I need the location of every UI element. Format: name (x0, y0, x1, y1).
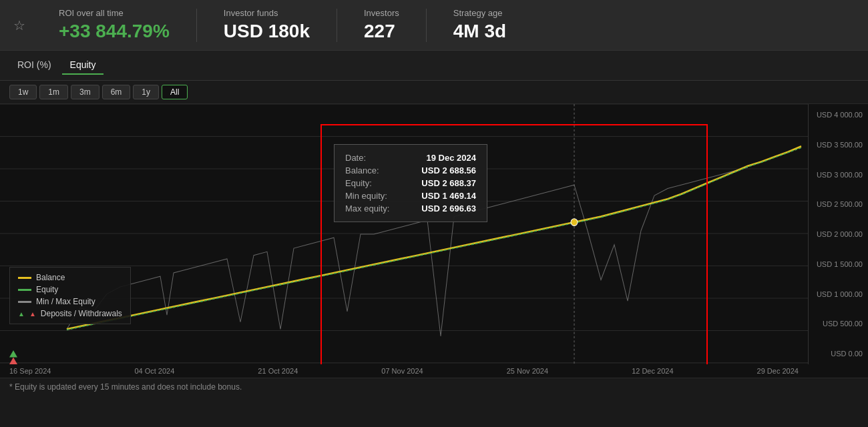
roi-stat: ROI over all time +33 844.79% (59, 8, 170, 42)
y-label-500: USD 500.00 (814, 320, 863, 328)
tab-equity[interactable]: Equity (62, 56, 104, 75)
chart-svg (0, 104, 808, 364)
x-axis-spacer (808, 364, 868, 378)
y-label-2500: USD 2 500.00 (814, 200, 863, 208)
x-axis: 16 Sep 2024 04 Oct 2024 21 Oct 2024 07 N… (0, 364, 808, 378)
x-label-oct4: 04 Oct 2024 (134, 367, 174, 375)
x-label-dec12: 12 Dec 2024 (632, 367, 673, 375)
svg-marker-9 (9, 350, 17, 358)
y-label-3500: USD 3 500.00 (814, 141, 863, 149)
legend-minmax-label: Min / Max Equity (36, 297, 95, 306)
balance-color-indicator (18, 277, 31, 279)
tooltip-equity-label: Equity: (345, 178, 372, 188)
x-label-sep: 16 Sep 2024 (9, 367, 51, 375)
legend-deposits-label: Deposits / Withdrawals (41, 309, 122, 318)
y-label-1500: USD 1 500.00 (814, 260, 863, 268)
tab-roi[interactable]: ROI (%) (9, 56, 59, 75)
x-axis-wrapper: 16 Sep 2024 04 Oct 2024 21 Oct 2024 07 N… (0, 364, 868, 378)
legend-balance-label: Balance (36, 273, 65, 282)
investors-value: 227 (364, 21, 399, 42)
tooltip-max-equity-row: Max equity: USD 2 696.63 (345, 203, 476, 214)
tooltip-balance-value: USD 2 688.56 (421, 165, 476, 175)
x-label-oct21: 21 Oct 2024 (258, 367, 298, 375)
tooltip-min-equity-value: USD 1 469.14 (421, 191, 476, 201)
period-bar: 1w 1m 3m 6m 1y All (0, 81, 868, 104)
x-label-nov25: 25 Nov 2024 (507, 367, 548, 375)
period-all[interactable]: All (162, 85, 188, 99)
legend-deposits: ▲ ▲ Deposits / Withdrawals (18, 309, 122, 318)
divider (196, 9, 197, 42)
deposit-green-icon: ▲ (18, 310, 25, 318)
tooltip-equity-row: Equity: USD 2 688.37 (345, 178, 476, 188)
y-label-1000: USD 1 000.00 (814, 290, 863, 298)
tooltip-date-row: Date: 19 Dec 2024 (345, 153, 476, 163)
tooltip-box: Date: 19 Dec 2024 Balance: USD 2 688.56 … (334, 144, 487, 222)
legend-balance: Balance (18, 273, 122, 282)
strategy-age-label: Strategy age (453, 8, 506, 18)
investor-funds-label: Investor funds (224, 8, 310, 18)
tooltip-date-value: 19 Dec 2024 (427, 153, 476, 163)
y-label-3000: USD 3 000.00 (814, 171, 863, 179)
tooltip-max-equity-value: USD 2 696.63 (421, 203, 476, 214)
svg-marker-10 (9, 357, 17, 364)
tooltip-max-equity-label: Max equity: (345, 203, 389, 214)
tooltip-min-equity-label: Min equity: (345, 191, 387, 201)
strategy-age-stat: Strategy age 4M 3d (453, 8, 506, 42)
investor-funds-value: USD 180k (224, 21, 310, 42)
deposit-red-icon: ▲ (29, 310, 36, 318)
period-3m[interactable]: 3m (71, 85, 99, 99)
chart-area: Date: 19 Dec 2024 Balance: USD 2 688.56 … (0, 104, 868, 364)
legend-minmax: Min / Max Equity (18, 297, 122, 306)
roi-value: +33 844.79% (59, 21, 170, 42)
main-tabs: ROI (%) Equity (0, 51, 868, 81)
divider (337, 9, 337, 42)
star-icon[interactable]: ☆ (13, 17, 25, 33)
equity-color-indicator (18, 289, 31, 291)
tooltip-min-equity-row: Min equity: USD 1 469.14 (345, 191, 476, 201)
y-label-4000: USD 4 000.00 (814, 111, 863, 119)
period-1w[interactable]: 1w (9, 85, 37, 99)
chart-legend: Balance Equity Min / Max Equity ▲ ▲ Depo… (9, 267, 131, 324)
strategy-age-value: 4M 3d (453, 21, 506, 42)
investor-funds-stat: Investor funds USD 180k (224, 8, 310, 42)
footer-note: * Equity is updated every 15 minutes and… (0, 378, 868, 396)
y-label-0: USD 0.00 (814, 350, 863, 358)
y-axis: USD 4 000.00 USD 3 500.00 USD 3 000.00 U… (808, 104, 868, 364)
tooltip-balance-row: Balance: USD 2 688.56 (345, 165, 476, 175)
period-1m[interactable]: 1m (39, 85, 68, 99)
svg-point-12 (571, 219, 578, 226)
chart-main: Date: 19 Dec 2024 Balance: USD 2 688.56 … (0, 104, 808, 364)
x-label-dec29: 29 Dec 2024 (757, 367, 799, 375)
footer-note-text: * Equity is updated every 15 minutes and… (9, 382, 242, 392)
period-6m[interactable]: 6m (102, 85, 131, 99)
tooltip-balance-label: Balance: (345, 165, 379, 175)
minmax-color-indicator (18, 301, 31, 303)
divider (426, 9, 427, 42)
roi-label: ROI over all time (59, 8, 170, 18)
period-1y[interactable]: 1y (133, 85, 159, 99)
legend-equity: Equity (18, 285, 122, 294)
legend-equity-label: Equity (36, 285, 58, 294)
x-label-nov7: 07 Nov 2024 (381, 367, 423, 375)
y-label-2000: USD 2 000.00 (814, 230, 863, 238)
investors-label: Investors (364, 8, 399, 18)
tooltip-equity-value: USD 2 688.37 (421, 178, 476, 188)
header-bar: ☆ ROI over all time +33 844.79% Investor… (0, 0, 868, 51)
investors-stat: Investors 227 (364, 8, 399, 42)
tooltip-date-label: Date: (345, 153, 366, 163)
